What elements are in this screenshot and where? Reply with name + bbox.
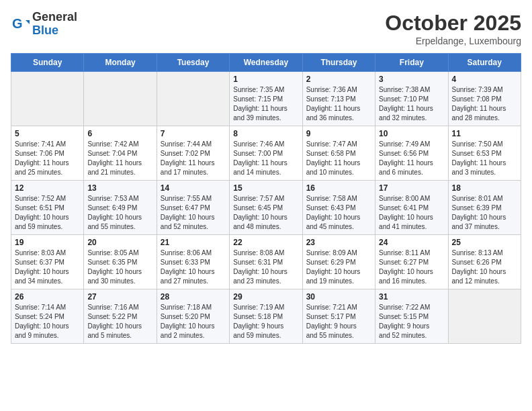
day-info: Sunrise: 7:50 AM Sunset: 6:53 PM Dayligh… xyxy=(452,140,517,177)
day-number: 11 xyxy=(452,129,517,138)
calendar-body: 1Sunrise: 7:35 AM Sunset: 7:15 PM Daylig… xyxy=(11,72,521,344)
day-info: Sunrise: 7:14 AM Sunset: 5:24 PM Dayligh… xyxy=(15,303,80,340)
day-info: Sunrise: 8:00 AM Sunset: 6:41 PM Dayligh… xyxy=(379,194,444,232)
calendar-cell xyxy=(11,72,84,126)
calendar-cell: 22Sunrise: 8:08 AM Sunset: 6:31 PM Dayli… xyxy=(230,235,302,289)
calendar-cell: 31Sunrise: 7:22 AM Sunset: 5:15 PM Dayli… xyxy=(375,289,448,344)
day-info: Sunrise: 7:16 AM Sunset: 5:22 PM Dayligh… xyxy=(87,303,152,340)
day-info: Sunrise: 7:47 AM Sunset: 6:58 PM Dayligh… xyxy=(306,140,371,177)
calendar-cell: 2Sunrise: 7:36 AM Sunset: 7:13 PM Daylig… xyxy=(302,72,375,126)
day-number: 1 xyxy=(233,75,298,84)
day-number: 29 xyxy=(233,292,298,302)
weekday-header-tuesday: Tuesday xyxy=(157,54,229,72)
day-info: Sunrise: 7:44 AM Sunset: 7:02 PM Dayligh… xyxy=(161,140,226,177)
day-info: Sunrise: 8:08 AM Sunset: 6:31 PM Dayligh… xyxy=(233,248,298,286)
svg-marker-1 xyxy=(26,20,30,24)
day-info: Sunrise: 7:21 AM Sunset: 5:17 PM Dayligh… xyxy=(306,303,371,340)
day-number: 7 xyxy=(161,129,226,138)
day-number: 9 xyxy=(306,129,371,138)
weekday-header-row: SundayMondayTuesdayWednesdayThursdayFrid… xyxy=(11,54,521,72)
weekday-header-saturday: Saturday xyxy=(448,54,521,72)
calendar-cell: 14Sunrise: 7:55 AM Sunset: 6:47 PM Dayli… xyxy=(157,181,229,235)
calendar-cell: 20Sunrise: 8:05 AM Sunset: 6:35 PM Dayli… xyxy=(84,235,157,289)
calendar-cell: 15Sunrise: 7:57 AM Sunset: 6:45 PM Dayli… xyxy=(230,181,302,235)
day-info: Sunrise: 8:11 AM Sunset: 6:27 PM Dayligh… xyxy=(379,248,444,286)
calendar-cell: 6Sunrise: 7:42 AM Sunset: 7:04 PM Daylig… xyxy=(84,126,157,181)
calendar-cell: 12Sunrise: 7:52 AM Sunset: 6:51 PM Dayli… xyxy=(11,181,84,235)
day-number: 15 xyxy=(233,183,298,193)
calendar-cell: 23Sunrise: 8:09 AM Sunset: 6:29 PM Dayli… xyxy=(302,235,375,289)
calendar-week-row: 26Sunrise: 7:14 AM Sunset: 5:24 PM Dayli… xyxy=(11,289,521,344)
day-info: Sunrise: 7:52 AM Sunset: 6:51 PM Dayligh… xyxy=(15,194,80,232)
day-info: Sunrise: 7:49 AM Sunset: 6:56 PM Dayligh… xyxy=(379,140,444,177)
calendar-week-row: 19Sunrise: 8:03 AM Sunset: 6:37 PM Dayli… xyxy=(11,235,521,289)
calendar-cell: 29Sunrise: 7:19 AM Sunset: 5:18 PM Dayli… xyxy=(230,289,302,344)
day-info: Sunrise: 8:13 AM Sunset: 6:26 PM Dayligh… xyxy=(452,248,517,286)
weekday-header-thursday: Thursday xyxy=(302,54,375,72)
calendar-cell: 19Sunrise: 8:03 AM Sunset: 6:37 PM Dayli… xyxy=(11,235,84,289)
calendar-week-row: 1Sunrise: 7:35 AM Sunset: 7:15 PM Daylig… xyxy=(11,72,521,126)
day-info: Sunrise: 7:36 AM Sunset: 7:13 PM Dayligh… xyxy=(306,85,371,123)
day-info: Sunrise: 7:57 AM Sunset: 6:45 PM Dayligh… xyxy=(233,194,298,232)
day-number: 28 xyxy=(161,292,226,302)
logo: G General Blue xyxy=(11,11,77,38)
day-number: 18 xyxy=(452,183,517,193)
location: Erpeldange, Luxembourg xyxy=(385,36,521,46)
page-header: G General Blue October 2025 Erpeldange, … xyxy=(11,11,521,46)
day-number: 31 xyxy=(379,292,444,302)
day-info: Sunrise: 8:01 AM Sunset: 6:39 PM Dayligh… xyxy=(452,194,517,232)
day-number: 6 xyxy=(87,129,152,138)
logo-icon: G xyxy=(11,15,30,34)
day-number: 2 xyxy=(306,75,371,84)
day-info: Sunrise: 8:03 AM Sunset: 6:37 PM Dayligh… xyxy=(15,248,80,286)
title-area: October 2025 Erpeldange, Luxembourg xyxy=(385,11,521,46)
svg-text:G: G xyxy=(12,16,23,31)
calendar-header: SundayMondayTuesdayWednesdayThursdayFrid… xyxy=(11,54,521,72)
day-info: Sunrise: 7:53 AM Sunset: 6:49 PM Dayligh… xyxy=(87,194,152,232)
day-info: Sunrise: 7:39 AM Sunset: 7:08 PM Dayligh… xyxy=(452,85,517,123)
calendar-cell: 5Sunrise: 7:41 AM Sunset: 7:06 PM Daylig… xyxy=(11,126,84,181)
calendar-cell: 4Sunrise: 7:39 AM Sunset: 7:08 PM Daylig… xyxy=(448,72,521,126)
day-number: 5 xyxy=(15,129,80,138)
calendar-week-row: 5Sunrise: 7:41 AM Sunset: 7:06 PM Daylig… xyxy=(11,126,521,181)
day-number: 25 xyxy=(452,238,517,247)
day-info: Sunrise: 7:18 AM Sunset: 5:20 PM Dayligh… xyxy=(161,303,226,340)
day-info: Sunrise: 7:58 AM Sunset: 6:43 PM Dayligh… xyxy=(306,194,371,232)
calendar-cell: 13Sunrise: 7:53 AM Sunset: 6:49 PM Dayli… xyxy=(84,181,157,235)
calendar-cell: 26Sunrise: 7:14 AM Sunset: 5:24 PM Dayli… xyxy=(11,289,84,344)
day-info: Sunrise: 7:41 AM Sunset: 7:06 PM Dayligh… xyxy=(15,140,80,177)
day-number: 21 xyxy=(161,238,226,247)
calendar-cell: 10Sunrise: 7:49 AM Sunset: 6:56 PM Dayli… xyxy=(375,126,448,181)
weekday-header-sunday: Sunday xyxy=(11,54,84,72)
day-number: 8 xyxy=(233,129,298,138)
calendar-cell xyxy=(84,72,157,126)
day-info: Sunrise: 7:22 AM Sunset: 5:15 PM Dayligh… xyxy=(379,303,444,340)
day-info: Sunrise: 7:19 AM Sunset: 5:18 PM Dayligh… xyxy=(233,303,298,340)
calendar-cell: 7Sunrise: 7:44 AM Sunset: 7:02 PM Daylig… xyxy=(157,126,229,181)
calendar-cell: 8Sunrise: 7:46 AM Sunset: 7:00 PM Daylig… xyxy=(230,126,302,181)
day-number: 17 xyxy=(379,183,444,193)
calendar-week-row: 12Sunrise: 7:52 AM Sunset: 6:51 PM Dayli… xyxy=(11,181,521,235)
day-number: 3 xyxy=(379,75,444,84)
calendar-cell: 30Sunrise: 7:21 AM Sunset: 5:17 PM Dayli… xyxy=(302,289,375,344)
weekday-header-wednesday: Wednesday xyxy=(230,54,302,72)
calendar-cell: 27Sunrise: 7:16 AM Sunset: 5:22 PM Dayli… xyxy=(84,289,157,344)
day-number: 10 xyxy=(379,129,444,138)
calendar-cell: 21Sunrise: 8:06 AM Sunset: 6:33 PM Dayli… xyxy=(157,235,229,289)
weekday-header-friday: Friday xyxy=(375,54,448,72)
day-number: 16 xyxy=(306,183,371,193)
day-info: Sunrise: 8:09 AM Sunset: 6:29 PM Dayligh… xyxy=(306,248,371,286)
day-info: Sunrise: 7:42 AM Sunset: 7:04 PM Dayligh… xyxy=(87,140,152,177)
logo-text: General Blue xyxy=(32,11,77,38)
day-info: Sunrise: 7:38 AM Sunset: 7:10 PM Dayligh… xyxy=(379,85,444,123)
day-info: Sunrise: 7:46 AM Sunset: 7:00 PM Dayligh… xyxy=(233,140,298,177)
weekday-header-monday: Monday xyxy=(84,54,157,72)
calendar-cell: 28Sunrise: 7:18 AM Sunset: 5:20 PM Dayli… xyxy=(157,289,229,344)
day-number: 13 xyxy=(87,183,152,193)
calendar-table: SundayMondayTuesdayWednesdayThursdayFrid… xyxy=(11,53,521,344)
calendar-cell xyxy=(448,289,521,344)
calendar-cell: 24Sunrise: 8:11 AM Sunset: 6:27 PM Dayli… xyxy=(375,235,448,289)
day-number: 24 xyxy=(379,238,444,247)
day-number: 27 xyxy=(87,292,152,302)
day-number: 19 xyxy=(15,238,80,247)
